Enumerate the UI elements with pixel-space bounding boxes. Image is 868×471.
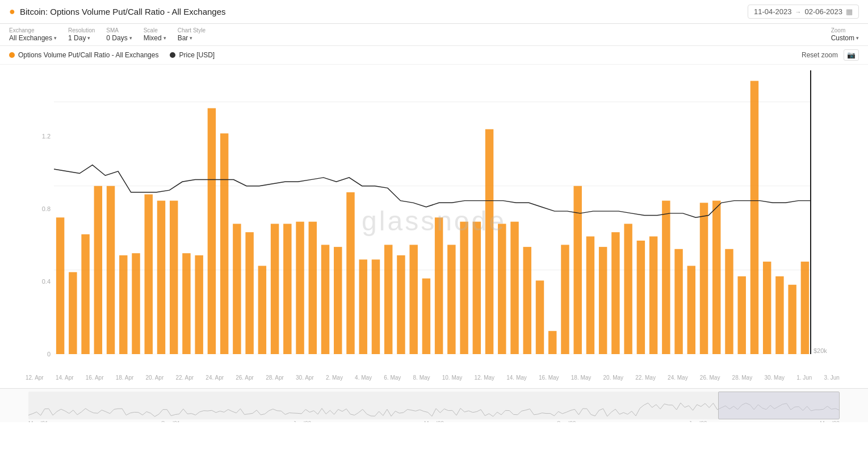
- zoom-label: Zoom: [831, 27, 859, 33]
- chart-style-value: Bar ▾: [178, 34, 206, 42]
- svg-rect-18: [233, 224, 241, 354]
- x-label: 8. May: [413, 375, 430, 381]
- svg-rect-35: [447, 245, 455, 354]
- x-label: 22. May: [635, 375, 656, 381]
- svg-rect-39: [498, 224, 506, 354]
- x-label: 14. Apr: [56, 375, 74, 381]
- x-label: 12. Apr: [26, 375, 44, 381]
- legend-items: Options Volume Put/Call Ratio - All Exch…: [9, 51, 215, 59]
- svg-rect-24: [309, 222, 317, 354]
- date-end: 02-06-2023: [805, 7, 843, 16]
- header: ● Bitcoin: Options Volume Put/Call Ratio…: [0, 0, 868, 24]
- svg-rect-22: [283, 224, 291, 354]
- reset-zoom-button[interactable]: Reset zoom: [802, 51, 838, 59]
- bitcoin-icon: ●: [9, 6, 15, 18]
- minimap-label-0: May '21: [28, 420, 48, 422]
- svg-rect-50: [637, 241, 645, 354]
- resolution-selector[interactable]: Resolution 1 Day ▾: [68, 27, 95, 42]
- svg-rect-8: [107, 186, 115, 354]
- calendar-icon: ▦: [846, 7, 853, 16]
- y-label-1-2: 1.2: [28, 133, 54, 140]
- minimap: May '21 Sep '21 Jan '22 May '22 Sep '22 …: [0, 388, 868, 422]
- chart-inner: 1.2 0.8 0.4 0 $20k glassnode: [28, 70, 840, 371]
- chart-svg: [54, 70, 811, 354]
- svg-rect-11: [145, 195, 153, 354]
- minimap-label-6: May '23: [820, 420, 840, 422]
- svg-rect-62: [788, 285, 796, 354]
- x-label: 20. May: [603, 375, 624, 381]
- svg-rect-36: [460, 222, 468, 354]
- x-label: 20. Apr: [146, 375, 164, 381]
- resolution-label: Resolution: [68, 27, 95, 33]
- svg-rect-15: [195, 255, 203, 354]
- y-axis-right: $20k: [811, 347, 840, 354]
- svg-rect-44: [561, 245, 569, 354]
- scale-chevron-icon: ▾: [163, 35, 166, 41]
- minimap-selection[interactable]: [718, 392, 840, 419]
- sma-value: 0 Days ▾: [106, 34, 132, 42]
- svg-rect-12: [157, 201, 165, 354]
- svg-rect-43: [548, 331, 556, 354]
- svg-rect-52: [662, 201, 670, 354]
- screenshot-button[interactable]: 📷: [844, 49, 859, 61]
- svg-rect-60: [763, 262, 771, 354]
- svg-rect-53: [674, 249, 682, 354]
- svg-rect-55: [700, 203, 708, 354]
- x-label: 18. May: [571, 375, 592, 381]
- x-label: 18. Apr: [116, 375, 134, 381]
- x-label: 6. May: [384, 375, 401, 381]
- legend-actions: Reset zoom 📷: [802, 49, 859, 61]
- svg-rect-45: [573, 186, 581, 354]
- minimap-labels: May '21 Sep '21 Jan '22 May '22 Sep '22 …: [28, 419, 840, 422]
- svg-rect-13: [170, 201, 178, 354]
- legend-label-price: Price [USD]: [179, 51, 215, 59]
- svg-rect-34: [435, 217, 443, 354]
- x-label: 24. May: [668, 375, 688, 381]
- svg-rect-17: [220, 133, 228, 354]
- exchange-label: Exchange: [9, 27, 57, 33]
- y-axis-left: 1.2 0.8 0.4 0: [28, 70, 54, 354]
- page-title: Bitcoin: Options Volume Put/Call Ratio -…: [20, 7, 226, 16]
- legend-dot-orange: [9, 52, 15, 58]
- svg-rect-42: [536, 280, 544, 354]
- chart-style-label: Chart Style: [178, 27, 206, 33]
- svg-rect-21: [271, 224, 279, 354]
- scale-selector[interactable]: Scale Mixed ▾: [144, 27, 166, 42]
- svg-rect-28: [359, 259, 367, 354]
- svg-rect-19: [245, 232, 253, 354]
- svg-rect-57: [725, 249, 733, 354]
- date-range-picker[interactable]: 11-04-2023 → 02-06-2023 ▦: [748, 5, 859, 19]
- scale-value: Mixed ▾: [144, 34, 166, 42]
- chart-style-chevron-icon: ▾: [190, 35, 192, 41]
- svg-rect-59: [750, 81, 758, 354]
- resolution-value: 1 Day ▾: [68, 34, 95, 42]
- zoom-chevron-icon: ▾: [856, 35, 859, 41]
- x-label: 24. Apr: [206, 375, 224, 381]
- y-label-right: $20k: [811, 347, 827, 354]
- x-label: 10. May: [442, 375, 463, 381]
- zoom-value: Custom ▾: [831, 34, 859, 42]
- y-label-0-4: 0.4: [28, 278, 54, 285]
- zoom-selector[interactable]: Zoom Custom ▾: [831, 27, 859, 42]
- svg-rect-38: [485, 129, 493, 354]
- exchange-selector[interactable]: Exchange All Exchanges ▾: [9, 27, 57, 42]
- svg-rect-20: [258, 266, 266, 354]
- title-area: ● Bitcoin: Options Volume Put/Call Ratio…: [9, 6, 226, 18]
- svg-rect-58: [737, 276, 745, 354]
- svg-rect-30: [384, 245, 392, 354]
- svg-rect-29: [372, 259, 380, 354]
- x-label: 26. May: [700, 375, 720, 381]
- legend-item-price: Price [USD]: [170, 51, 215, 59]
- date-arrow-icon: →: [795, 9, 802, 15]
- svg-rect-9: [119, 255, 127, 354]
- svg-rect-25: [321, 245, 329, 354]
- sma-selector[interactable]: SMA 0 Days ▾: [106, 27, 132, 42]
- scale-label: Scale: [144, 27, 166, 33]
- legend-item-ratio: Options Volume Put/Call Ratio - All Exch…: [9, 51, 158, 59]
- chart-style-selector[interactable]: Chart Style Bar ▾: [178, 27, 206, 42]
- exchange-value: All Exchanges ▾: [9, 34, 57, 42]
- x-label: 16. May: [539, 375, 559, 381]
- x-label: 3. Jun: [824, 375, 840, 381]
- legend-bar: Options Volume Put/Call Ratio - All Exch…: [0, 46, 868, 65]
- minimap-label-5: Jan '23: [689, 420, 707, 422]
